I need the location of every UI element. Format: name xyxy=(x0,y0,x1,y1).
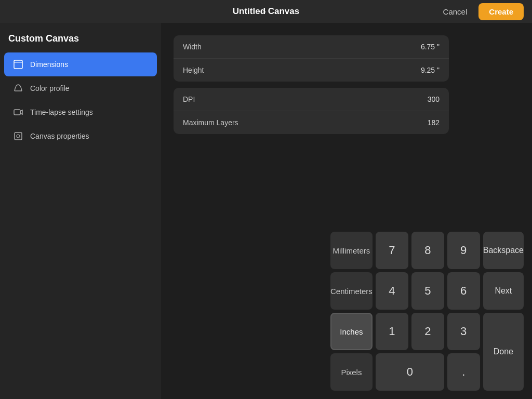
key-6-button[interactable]: 6 xyxy=(447,272,480,310)
width-value: 6.75 " xyxy=(421,43,440,51)
unit-pixels-button[interactable]: Pixels xyxy=(330,353,373,391)
key-7-button[interactable]: 7 xyxy=(376,232,408,269)
max-layers-value: 182 xyxy=(428,118,440,127)
height-value: 9.25 " xyxy=(421,66,440,74)
sidebar-item-canvas-props-label: Canvas properties xyxy=(30,132,89,140)
svg-point-5 xyxy=(17,135,20,138)
dpi-row: DPI 300 xyxy=(174,88,449,111)
sidebar: Custom Canvas Dimensions Color profile xyxy=(0,23,161,399)
key-3-button[interactable]: 3 xyxy=(447,313,480,350)
key-0-button[interactable]: 0 xyxy=(376,353,444,391)
numpad-area: Millimeters Centimeters Inches Pixels 7 … xyxy=(322,228,532,399)
max-layers-label: Maximum Layers xyxy=(183,118,238,127)
unit-millimeters-button[interactable]: Millimeters xyxy=(330,232,373,269)
top-bar: ··· Untitled Canvas Cancel Create xyxy=(0,0,532,23)
dimensions-table-1: Width 6.75 " Height 9.25 " xyxy=(174,35,449,82)
content-area: Width 6.75 " Height 9.25 " DPI 300 Maxim… xyxy=(161,23,532,399)
sidebar-item-color-profile-label: Color profile xyxy=(30,84,69,92)
next-button[interactable]: Next xyxy=(483,272,524,310)
canvas-props-icon xyxy=(12,130,24,142)
color-profile-icon xyxy=(12,83,24,94)
svg-rect-4 xyxy=(15,132,22,140)
unit-inches-button[interactable]: Inches xyxy=(330,313,373,350)
dpi-value: 300 xyxy=(428,95,440,103)
dimensions-table-2: DPI 300 Maximum Layers 182 xyxy=(174,88,449,134)
height-row: Height 9.25 " xyxy=(174,59,449,82)
sidebar-item-canvas-props[interactable]: Canvas properties xyxy=(4,124,157,148)
width-row: Width 6.75 " xyxy=(174,35,449,59)
sidebar-item-dimensions-label: Dimensions xyxy=(30,60,68,69)
height-label: Height xyxy=(183,66,204,74)
top-bar-actions: Cancel Create xyxy=(438,3,524,20)
sidebar-item-timelapse-label: Time-lapse settings xyxy=(30,108,93,116)
timelapse-icon xyxy=(12,107,24,118)
dpi-label: DPI xyxy=(183,95,195,103)
sidebar-item-timelapse[interactable]: Time-lapse settings xyxy=(4,100,157,124)
done-button[interactable]: Done xyxy=(483,313,524,391)
width-label: Width xyxy=(183,43,202,51)
sidebar-item-dimensions[interactable]: Dimensions xyxy=(4,52,157,76)
dimensions-icon xyxy=(12,59,24,70)
main-layout: Custom Canvas Dimensions Color profile xyxy=(0,23,532,399)
key-5-button[interactable]: 5 xyxy=(411,272,444,310)
key-9-button[interactable]: 9 xyxy=(447,232,480,269)
svg-rect-3 xyxy=(14,110,20,115)
svg-rect-0 xyxy=(14,60,22,69)
canvas-title: Untitled Canvas xyxy=(233,6,299,17)
cancel-button[interactable]: Cancel xyxy=(438,4,473,19)
key-1-button[interactable]: 1 xyxy=(376,313,408,350)
key-8-button[interactable]: 8 xyxy=(411,232,444,269)
key-dot-button[interactable]: . xyxy=(447,353,480,391)
sidebar-item-color-profile[interactable]: Color profile xyxy=(4,76,157,100)
backspace-button[interactable]: Backspace xyxy=(483,232,524,269)
max-layers-row: Maximum Layers 182 xyxy=(174,111,449,134)
key-2-button[interactable]: 2 xyxy=(411,313,444,350)
create-button[interactable]: Create xyxy=(478,3,524,20)
unit-centimeters-button[interactable]: Centimeters xyxy=(330,272,373,310)
app-title: Custom Canvas xyxy=(0,27,161,52)
numpad-grid: Millimeters Centimeters Inches Pixels 7 … xyxy=(330,232,524,391)
key-4-button[interactable]: 4 xyxy=(376,272,408,310)
